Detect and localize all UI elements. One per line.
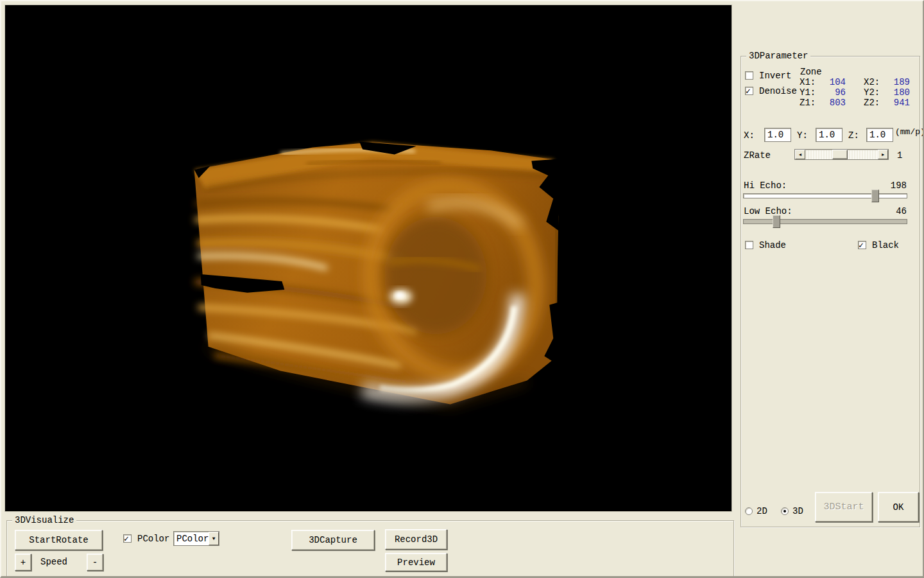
invert-checkbox[interactable] (745, 71, 753, 80)
mode-3d-label: 3D (792, 506, 803, 516)
parameter-group-title: 3DParameter (746, 51, 810, 61)
speed-plus-button[interactable]: + (15, 554, 31, 571)
speed-label: Speed (40, 557, 67, 567)
app-window: { "viewport": { "description": "3D ultra… (0, 0, 924, 578)
preview-button[interactable]: Preview (385, 553, 447, 572)
low-echo-thumb[interactable] (773, 215, 780, 228)
dropdown-arrow-icon[interactable]: ▼ (209, 532, 219, 545)
pcolor-label: PColor (137, 534, 169, 544)
ultrasound-volume (5, 5, 732, 511)
zone-row-x: X1:104X2:189 (800, 77, 910, 87)
zone-y1-label: Y1: (800, 87, 820, 98)
start-rotate-button[interactable]: StartRotate (15, 530, 103, 550)
zone-x2-label: X2: (864, 77, 884, 87)
low-echo-value: 46 (887, 206, 907, 216)
pcolor-dropdown-value: PColor (174, 534, 209, 544)
scale-x-input[interactable] (764, 128, 791, 142)
zone-row-y: Y1:96Y2:180 (800, 87, 910, 98)
render-viewport[interactable] (4, 4, 732, 512)
visualize-groupbox: 3DVisualize StartRotate + Speed - PColor… (6, 520, 734, 577)
shade-label: Shade (759, 240, 786, 250)
zrate-scroll-left-icon[interactable]: ◄ (795, 150, 805, 159)
zrate-value: 1 (897, 150, 902, 161)
low-echo-track[interactable] (743, 219, 907, 224)
zone-x2-value: 189 (884, 77, 910, 87)
visualize-group-title: 3DVisualize (12, 515, 76, 525)
pcolor-checkbox[interactable] (123, 534, 132, 543)
hi-echo-track[interactable] (743, 193, 907, 198)
scale-unit-label: (mm/p) (895, 127, 924, 137)
pcolor-dropdown[interactable]: PColor ▼ (173, 531, 219, 546)
zone-z1-label: Z1: (800, 98, 820, 108)
hi-echo-thumb[interactable] (871, 189, 879, 202)
zone-y2-label: Y2: (864, 87, 884, 98)
zone-z2-label: Z2: (864, 98, 884, 108)
zone-z1-value: 803 (820, 98, 846, 108)
black-checkbox[interactable] (858, 241, 866, 249)
scale-y-input[interactable] (816, 128, 843, 142)
black-label: Black (872, 240, 899, 250)
hi-echo-label: Hi Echo: (744, 180, 787, 191)
zone-y2-value: 180 (884, 87, 910, 98)
parameter-groupbox: 3DParameter Invert Denoise Zone X1:104X2… (740, 56, 920, 527)
denoise-label: Denoise (759, 86, 797, 96)
hi-echo-value: 198 (887, 180, 907, 191)
invert-label: Invert (759, 71, 791, 81)
zone-x1-label: X1: (800, 77, 820, 87)
zrate-scrollbar[interactable]: ◄ ► (794, 149, 889, 160)
record-button[interactable]: Record3D (385, 529, 447, 550)
zrate-label: ZRate (744, 150, 771, 161)
zone-x1-value: 104 (820, 77, 846, 87)
zrate-scroll-thumb[interactable] (832, 150, 848, 159)
zone-y1-value: 96 (820, 87, 846, 98)
capture-button[interactable]: 3DCapture (291, 530, 375, 550)
scale-x-label: X: (744, 130, 755, 141)
start3d-button[interactable]: 3DStart (815, 492, 873, 522)
low-echo-slider[interactable] (743, 218, 907, 225)
shade-checkbox[interactable] (745, 241, 753, 249)
zone-z2-value: 941 (884, 98, 910, 108)
scale-z-label: Z: (848, 130, 859, 141)
speed-minus-button[interactable]: - (87, 554, 103, 571)
low-echo-label: Low Echo: (744, 206, 792, 216)
denoise-checkbox[interactable] (745, 87, 753, 95)
zone-row-z: Z1:803Z2:941 (800, 98, 910, 108)
ok-button[interactable]: OK (878, 492, 919, 522)
scale-z-input[interactable] (866, 128, 893, 142)
hi-echo-slider[interactable] (743, 193, 907, 199)
mode-2d-radio[interactable] (745, 507, 753, 515)
zrate-scroll-right-icon[interactable]: ► (878, 150, 888, 159)
mode-3d-radio[interactable] (781, 507, 789, 515)
zone-label: Zone (800, 67, 822, 77)
scale-y-label: Y: (797, 130, 808, 141)
mode-2d-label: 2D (757, 506, 767, 516)
